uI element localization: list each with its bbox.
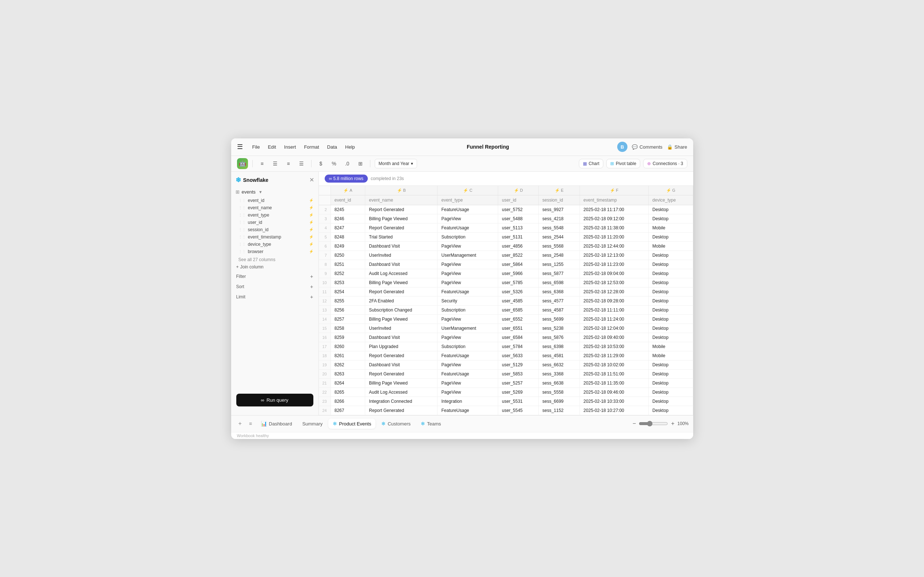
row-number: 17: [319, 342, 331, 351]
data-table-wrapper[interactable]: ⚡A⚡B⚡C⚡D⚡E⚡F⚡G event_idevent_nameevent_t…: [319, 186, 693, 415]
toolbar: 🤖 ≡ ☰ ≡ ☰ $ % .0 ⊞ Month and Year ▾ ▦ Ch…: [231, 156, 693, 172]
drag-handle-icon: ⋮⋮: [239, 206, 246, 210]
limit-section: Limit +: [231, 291, 318, 301]
cell-event_timestamp: 2025-02-18 11:35:00: [580, 378, 648, 387]
zoom-in-button[interactable]: +: [671, 420, 674, 427]
cell-event_type: PageView: [437, 360, 498, 369]
col-letter-G[interactable]: ⚡G: [648, 186, 693, 195]
sidebar-col-event_type[interactable]: ⋮⋮ event_type ⚡: [231, 211, 318, 219]
cell-device_type: Mobile: [648, 342, 693, 351]
menu-item-edit[interactable]: Edit: [264, 143, 279, 151]
comments-button[interactable]: 💬 Comments: [632, 144, 663, 150]
see-all-columns-link[interactable]: See all 27 columns: [231, 256, 318, 263]
tab-summary[interactable]: Summary: [298, 419, 327, 429]
col-letter-B[interactable]: ⚡B: [365, 186, 437, 195]
tab-customers[interactable]: ❄Customers: [377, 419, 415, 429]
zoom-slider[interactable]: [639, 421, 668, 427]
cell-event_id: 8264: [331, 378, 365, 387]
cell-event_id: 8265: [331, 387, 365, 396]
tab-product-events[interactable]: ❄Product Events: [328, 419, 376, 429]
row-number: 22: [319, 387, 331, 396]
col-name-device_type[interactable]: device_type: [648, 195, 693, 205]
sidebar-close-button[interactable]: ✕: [310, 176, 314, 183]
add-tab-button[interactable]: +: [235, 418, 245, 429]
col-label: event_type: [248, 213, 269, 218]
connections-button[interactable]: ⊕ Connections · 3: [643, 159, 687, 168]
pivot-table-button[interactable]: ⊞ Pivot table: [606, 159, 640, 168]
align-right-button[interactable]: ≡: [284, 158, 293, 169]
sidebar-col-event_name[interactable]: ⋮⋮ event_name ⚡: [231, 204, 318, 211]
align-justify-button[interactable]: ☰: [297, 158, 307, 169]
menu-item-help[interactable]: Help: [342, 143, 359, 151]
cell-event_type: PageView: [437, 378, 498, 387]
menu-item-data[interactable]: Data: [324, 143, 341, 151]
cell-event_timestamp: 2025-02-18 12:13:00: [580, 250, 648, 259]
cell-event_id: 8248: [331, 232, 365, 242]
col-name-event_timestamp[interactable]: event_timestamp: [580, 195, 648, 205]
cell-event_name: Audit Log Accessed: [365, 269, 437, 278]
menu-item-insert[interactable]: Insert: [281, 143, 300, 151]
cell-event_type: FeatureUsage: [437, 351, 498, 360]
limit-add-button[interactable]: +: [310, 294, 313, 300]
sidebar-col-event_id[interactable]: ⋮⋮ event_id ⚡: [231, 197, 318, 204]
cell-event_type: PageView: [437, 242, 498, 250]
run-query-button[interactable]: ∞ Run query: [236, 394, 313, 406]
col-letter-C[interactable]: ⚡C: [437, 186, 498, 195]
zoom-out-button[interactable]: −: [632, 420, 636, 427]
share-button[interactable]: 🔒 Share: [667, 144, 687, 150]
decimal-button[interactable]: .0: [342, 158, 352, 169]
col-letter-D[interactable]: ⚡D: [498, 186, 539, 195]
filter-add-button[interactable]: +: [310, 274, 313, 279]
month-year-selector[interactable]: Month and Year ▾: [375, 159, 417, 168]
sidebar-col-user_id[interactable]: ⋮⋮ user_id ⚡: [231, 219, 318, 226]
col-letter-E[interactable]: ⚡E: [539, 186, 580, 195]
align-center-button[interactable]: ☰: [270, 158, 281, 169]
col-name-session_id[interactable]: session_id: [539, 195, 580, 205]
currency-button[interactable]: $: [316, 158, 326, 169]
percent-button[interactable]: %: [329, 158, 339, 169]
cell-event_timestamp: 2025-02-18 11:17:00: [580, 205, 648, 214]
menu-item-file[interactable]: File: [249, 143, 264, 151]
tab-list-button[interactable]: ≡: [246, 419, 255, 429]
col-name-user_id[interactable]: user_id: [498, 195, 539, 205]
table-selector[interactable]: ⊞ events ▾: [231, 188, 318, 196]
join-column-button[interactable]: + Join column: [231, 263, 318, 271]
tab-dashboard[interactable]: 📊Dashboard: [256, 419, 297, 429]
sidebar-col-device_type[interactable]: ⋮⋮ device_type ⚡: [231, 241, 318, 248]
cell-user_id: user_5113: [498, 223, 539, 232]
cell-session_id: sess_5568: [539, 242, 580, 250]
sidebar-col-session_id[interactable]: ⋮⋮ session_id ⚡: [231, 226, 318, 233]
cell-event_id: 8247: [331, 223, 365, 232]
col-letter-A[interactable]: ⚡A: [331, 186, 365, 195]
col-name-event_name[interactable]: event_name: [365, 195, 437, 205]
cell-session_id: sess_1152: [539, 406, 580, 415]
cell-event_id: 8250: [331, 250, 365, 259]
col-name-event_type[interactable]: event_type: [437, 195, 498, 205]
cell-event_name: Report Generated: [365, 287, 437, 296]
cell-event_name: Plan Upgraded: [365, 342, 437, 351]
tab-teams[interactable]: ❄Teams: [416, 419, 445, 429]
col-label: event_timestamp: [248, 234, 281, 240]
chart-button[interactable]: ▦ Chart: [579, 159, 603, 168]
col-label: event_id: [248, 198, 264, 203]
col-name-event_id[interactable]: event_id: [331, 195, 365, 205]
format-button[interactable]: ⊞: [355, 158, 366, 169]
run-icon: ∞: [261, 397, 264, 403]
sort-add-button[interactable]: +: [310, 284, 313, 290]
share-icon: 🔒: [667, 144, 673, 150]
table-row: 138256Subscription ChangedSubscriptionus…: [319, 305, 693, 314]
cell-event_name: Dashboard Visit: [365, 259, 437, 269]
menu-hamburger-icon[interactable]: ☰: [237, 143, 243, 151]
menu-item-format[interactable]: Format: [300, 143, 323, 151]
cell-event_id: 8256: [331, 305, 365, 314]
sidebar-col-event_timestamp[interactable]: ⋮⋮ event_timestamp ⚡: [231, 233, 318, 241]
col-letter-F[interactable]: ⚡F: [580, 186, 648, 195]
cell-user_id: user_5785: [498, 278, 539, 287]
align-left-button[interactable]: ≡: [257, 158, 267, 169]
sidebar-col-browser[interactable]: ⋮⋮ browser ⚡: [231, 248, 318, 255]
cell-user_id: user_5129: [498, 360, 539, 369]
cell-event_name: Dashboard Visit: [365, 333, 437, 342]
cell-event_id: 8258: [331, 324, 365, 333]
avatar[interactable]: B: [617, 142, 627, 152]
cell-event_timestamp: 2025-02-18 12:04:00: [580, 324, 648, 333]
